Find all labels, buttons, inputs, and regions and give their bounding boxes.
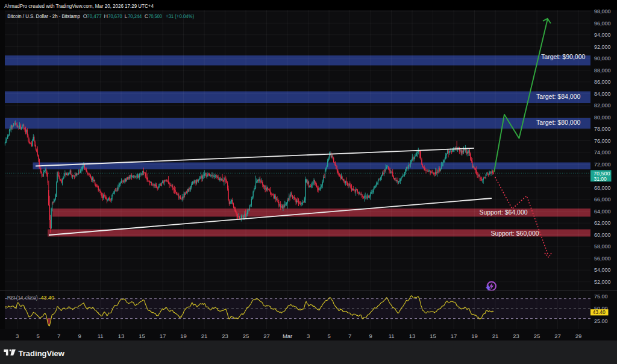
svg-text:Target: $80,000: Target: $80,000: [536, 119, 581, 126]
svg-text:94,000: 94,000: [594, 32, 611, 38]
svg-text:19: 19: [471, 333, 478, 339]
svg-text:L: L: [125, 13, 128, 19]
svg-text:70,244: 70,244: [128, 13, 142, 19]
svg-text:+31 (+0.04%): +31 (+0.04%): [166, 13, 194, 19]
svg-text:7: 7: [57, 333, 60, 339]
svg-text:54,000: 54,000: [594, 267, 611, 273]
svg-text:76,000: 76,000: [594, 138, 611, 144]
svg-text:Target: $84,000: Target: $84,000: [536, 93, 581, 100]
svg-text:66,000: 66,000: [594, 196, 611, 202]
svg-text:21: 21: [201, 333, 208, 339]
svg-text:86,000: 86,000: [594, 79, 611, 85]
svg-text:62,000: 62,000: [594, 220, 611, 226]
svg-text:58,000: 58,000: [594, 243, 611, 249]
svg-text:80,000: 80,000: [594, 115, 611, 121]
svg-text:52,000: 52,000: [594, 279, 611, 285]
svg-text:27: 27: [554, 333, 561, 339]
svg-text:60,000: 60,000: [594, 232, 611, 238]
svg-text:7: 7: [348, 333, 351, 339]
svg-text:70,477: 70,477: [87, 13, 102, 19]
svg-text:90,000: 90,000: [594, 55, 611, 61]
svg-text:74,000: 74,000: [594, 149, 611, 155]
svg-text:84,000: 84,000: [594, 91, 611, 97]
svg-text:11: 11: [98, 333, 104, 339]
svg-text:78,000: 78,000: [594, 126, 611, 132]
svg-text:TradingView: TradingView: [19, 349, 65, 358]
svg-text:25: 25: [534, 333, 540, 339]
svg-text:27: 27: [263, 333, 270, 339]
svg-text:Mar: Mar: [283, 333, 292, 339]
svg-text:43.40: 43.40: [593, 309, 606, 315]
svg-text:3: 3: [16, 333, 19, 339]
svg-text:31:00: 31:00: [594, 176, 607, 182]
svg-text:9: 9: [369, 333, 372, 339]
svg-text:15: 15: [430, 333, 436, 339]
svg-text:11: 11: [389, 333, 395, 339]
svg-text:96,000: 96,000: [594, 20, 611, 27]
svg-text:75.00: 75.00: [594, 293, 608, 300]
svg-text:13: 13: [118, 333, 125, 339]
svg-text:43.40: 43.40: [40, 295, 54, 301]
svg-text:70,670: 70,670: [108, 13, 122, 19]
svg-text:15: 15: [139, 333, 145, 339]
svg-text:Support: $60,000: Support: $60,000: [491, 230, 539, 237]
svg-text:21: 21: [492, 333, 499, 339]
svg-text:68,000: 68,000: [594, 185, 611, 191]
svg-text:25: 25: [243, 333, 249, 339]
svg-text:64,000: 64,000: [594, 209, 611, 215]
svg-text:5: 5: [327, 333, 330, 339]
svg-text:Target: $90,000: Target: $90,000: [541, 53, 586, 60]
svg-text:17: 17: [451, 333, 457, 339]
svg-text:3: 3: [307, 333, 310, 339]
svg-text:9: 9: [78, 333, 81, 339]
svg-text:19: 19: [180, 333, 187, 339]
svg-text:H: H: [104, 13, 108, 19]
svg-text:25.00: 25.00: [594, 318, 608, 324]
svg-text:23: 23: [513, 333, 519, 339]
svg-text:98,000: 98,000: [594, 8, 611, 14]
svg-text:29: 29: [575, 333, 582, 339]
svg-text:13: 13: [409, 333, 416, 339]
svg-text:82,000: 82,000: [594, 102, 611, 108]
svg-text:92,000: 92,000: [594, 44, 611, 50]
svg-text:Bitcoin / U.S. Dollar · 2h · B: Bitcoin / U.S. Dollar · 2h · Bitstamp: [7, 13, 80, 19]
svg-text:Support: $64,000: Support: $64,000: [480, 209, 528, 216]
svg-text:5: 5: [36, 333, 39, 339]
svg-text:AhmadPro created with TradingV: AhmadPro created with TradingView.com, M…: [4, 3, 154, 9]
svg-text:70,500: 70,500: [148, 13, 162, 19]
svg-text:88,000: 88,000: [594, 67, 611, 74]
svg-text:23: 23: [222, 333, 228, 339]
svg-text:72,000: 72,000: [594, 162, 611, 168]
svg-text:17: 17: [160, 333, 166, 339]
svg-text:56,000: 56,000: [594, 256, 611, 262]
svg-text:RSI (14, close): RSI (14, close): [7, 295, 38, 301]
